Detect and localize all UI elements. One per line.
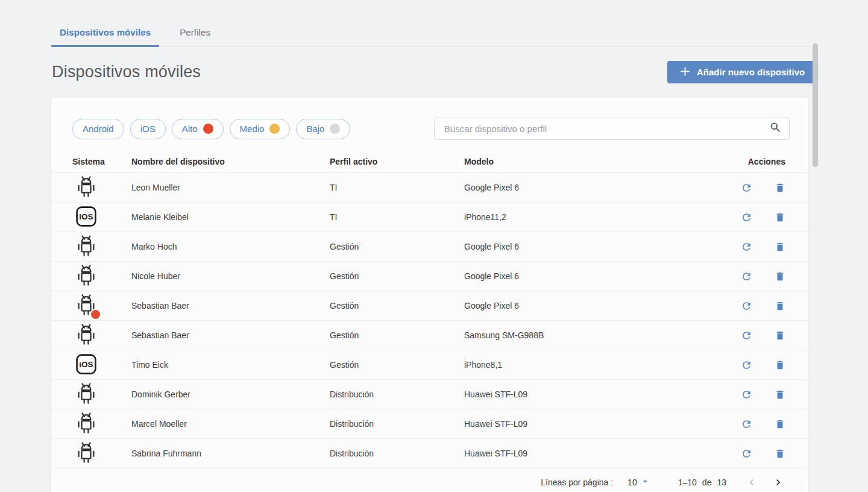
device-name: Marko Hoch <box>131 242 330 251</box>
os-icon-wrap: iOS <box>75 204 98 230</box>
table-row: Marcel Moeller Distribución Huawei STF-L… <box>51 409 808 438</box>
os-icon-wrap <box>75 175 98 200</box>
pagination-total: 13 <box>717 478 726 487</box>
tab-bar: Dispositivos móviles Perfiles <box>51 20 811 46</box>
sync-button[interactable] <box>741 271 752 282</box>
delete-button[interactable] <box>775 271 785 282</box>
device-name: Sebastian Baer <box>131 301 330 311</box>
sync-button[interactable] <box>741 359 752 371</box>
sync-button[interactable] <box>741 389 752 400</box>
delete-button[interactable] <box>775 182 785 194</box>
search-box <box>434 118 790 140</box>
device-name: Timo Eick <box>131 360 330 370</box>
pagination-range: 1–10 de 13 <box>678 478 726 487</box>
filters-row: AndroidiOSAltoMedioBajo <box>51 98 808 150</box>
delete-button[interactable] <box>775 241 785 253</box>
ios-icon: iOS <box>75 206 97 229</box>
column-header-nombre: Nombre del dispositivo <box>131 157 330 166</box>
sync-button[interactable] <box>741 182 752 194</box>
device-model: Samsung SM-G988B <box>464 330 741 340</box>
next-page-button[interactable] <box>772 476 784 488</box>
android-icon <box>76 175 96 200</box>
delete-button[interactable] <box>775 448 785 459</box>
delete-button[interactable] <box>775 300 785 312</box>
sync-button[interactable] <box>741 330 752 341</box>
device-name: Marcel Moeller <box>131 419 330 429</box>
search-icon[interactable] <box>769 121 782 136</box>
search-input[interactable] <box>437 124 769 134</box>
vertical-scrollbar[interactable] <box>813 43 818 167</box>
android-icon <box>76 412 96 437</box>
active-profile: Gestión <box>330 301 464 311</box>
tab-dispositivos-moviles[interactable]: Dispositivos móviles <box>51 20 159 47</box>
active-profile: Gestión <box>330 360 464 370</box>
filter-chip-android[interactable]: Android <box>72 119 124 139</box>
filter-chip-label: iOS <box>140 124 156 134</box>
android-icon <box>76 382 96 407</box>
caret-down-icon <box>640 476 650 488</box>
active-profile: Gestión <box>330 330 464 340</box>
android-icon <box>76 441 96 466</box>
active-profile: Distribución <box>330 390 464 399</box>
table-row: Nicole Huber Gestión Google Pixel 6 <box>51 261 808 291</box>
table-row: Sabrina Fuhrmann Distribución Huawei STF… <box>51 438 808 468</box>
device-model: iPhone8,1 <box>464 360 741 370</box>
column-header-perfil: Perfil activo <box>330 157 464 166</box>
column-header-acciones: Acciones <box>741 157 785 166</box>
delete-button[interactable] <box>775 359 785 371</box>
devices-card: AndroidiOSAltoMedioBajo Sistema Nombre d… <box>51 98 808 492</box>
sync-button[interactable] <box>741 241 752 253</box>
filter-chip-label: Medio <box>240 124 265 134</box>
active-profile: Gestión <box>330 242 464 251</box>
svg-text:iOS: iOS <box>79 360 93 369</box>
os-icon-wrap <box>75 382 98 407</box>
active-profile: Distribución <box>330 449 464 458</box>
page-title: Dispositivos móviles <box>52 63 201 81</box>
rows-per-page-select[interactable]: 10 <box>627 476 650 488</box>
previous-page-button[interactable] <box>746 476 758 488</box>
sync-button[interactable] <box>741 418 752 430</box>
svg-text:iOS: iOS <box>79 212 93 221</box>
delete-button[interactable] <box>775 330 785 341</box>
alert-badge <box>91 310 100 319</box>
table-row: Sebastian Baer Gestión Google Pixel 6 <box>51 291 808 320</box>
filter-chip-bajo[interactable]: Bajo <box>296 119 350 139</box>
table-row: Dominik Gerber Distribución Huawei STF-L… <box>51 379 808 409</box>
os-icon-wrap <box>75 441 98 466</box>
severity-dot-icon <box>203 124 213 134</box>
table-body: Leon Mueller TI Google Pixel 6 iOS Melan… <box>51 172 808 468</box>
device-name: Sebastian Baer <box>131 330 330 340</box>
filter-chips: AndroidiOSAltoMedioBajo <box>72 119 350 139</box>
severity-dot-icon <box>269 124 280 134</box>
android-icon <box>76 323 96 348</box>
active-profile: TI <box>330 183 464 192</box>
sync-button[interactable] <box>741 300 752 312</box>
filter-chip-medio[interactable]: Medio <box>230 119 291 139</box>
filter-chip-alto[interactable]: Alto <box>172 119 224 139</box>
rows-per-page-label: Líneas por página : <box>541 478 613 487</box>
device-name: Nicole Huber <box>131 271 330 281</box>
sync-button[interactable] <box>741 448 752 459</box>
active-profile: Gestión <box>330 271 464 281</box>
sync-button[interactable] <box>741 212 752 223</box>
filter-chip-label: Bajo <box>306 124 324 134</box>
plus-icon <box>681 67 690 78</box>
table-row: iOS Melanie Kleibel TI iPhone11,2 <box>51 202 808 232</box>
android-icon <box>76 235 96 259</box>
os-icon-wrap <box>75 293 98 318</box>
os-icon-wrap <box>75 263 98 289</box>
add-device-button-label: Añadir nuevo dispositivo <box>697 67 805 77</box>
device-name: Dominik Gerber <box>131 390 330 399</box>
filter-chip-ios[interactable]: iOS <box>130 119 166 139</box>
device-model: Huawei STF-L09 <box>464 449 741 458</box>
column-header-modelo: Modelo <box>464 157 741 166</box>
delete-button[interactable] <box>775 418 785 430</box>
os-icon-wrap <box>75 234 98 259</box>
add-device-button[interactable]: Añadir nuevo dispositivo <box>667 61 818 83</box>
pagination-range-values: 1–10 <box>678 478 697 487</box>
tab-perfiles[interactable]: Perfiles <box>171 20 219 47</box>
device-name: Leon Mueller <box>131 183 330 192</box>
filter-chip-label: Android <box>83 124 114 134</box>
delete-button[interactable] <box>775 389 785 400</box>
delete-button[interactable] <box>775 212 785 223</box>
